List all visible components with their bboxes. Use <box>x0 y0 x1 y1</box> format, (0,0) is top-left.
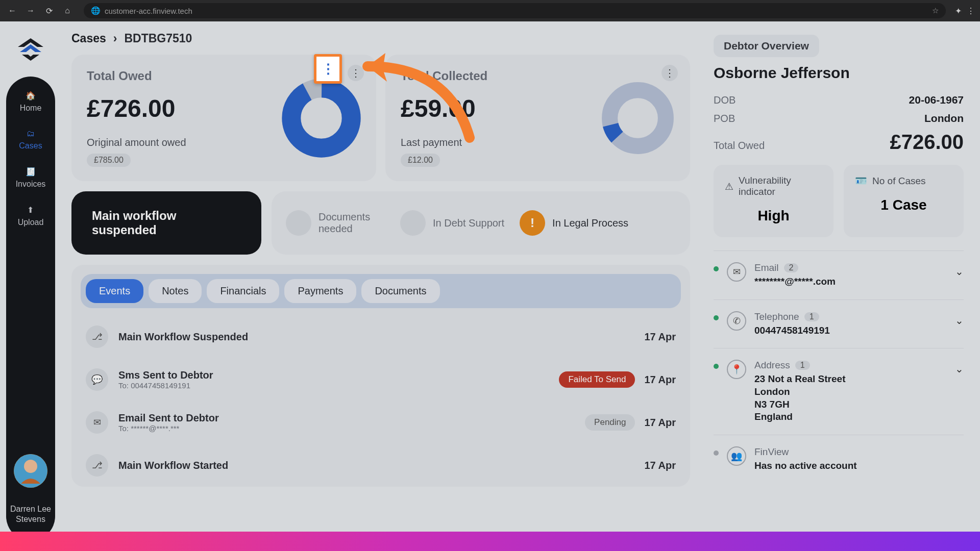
event-row[interactable]: ⎇ Main Workflow Started 17 Apr <box>81 444 681 487</box>
sidebar-item-cases[interactable]: 🗂 Cases <box>19 129 42 151</box>
sidebar-item-label: Cases <box>19 141 42 151</box>
sidebar-item-invoices[interactable]: 🧾 Invoices <box>16 167 46 189</box>
breadcrumb-root[interactable]: Cases <box>71 32 106 45</box>
card-total-collected: Total Collected £59.00 Last payment £12.… <box>385 55 690 181</box>
app-logo <box>13 32 48 67</box>
cases-icon: 🗂 <box>27 129 35 138</box>
vulnerability-card[interactable]: ⚠Vulnerability indicator High <box>714 165 834 237</box>
info-card-label: Vulnerability indicator <box>739 175 822 197</box>
svg-point-4 <box>610 90 666 146</box>
event-title: Main Workflow Started <box>118 460 228 471</box>
status-debt-support[interactable]: In Debt Support <box>400 210 504 236</box>
info-card-value: 1 Case <box>855 197 952 213</box>
cases-card[interactable]: 🪪No of Cases 1 Case <box>844 165 964 237</box>
debtor-name: Osborne Jefferson <box>714 64 964 82</box>
card-collected-menu[interactable]: ⋮ <box>662 65 678 81</box>
home-button[interactable]: ⌂ <box>60 4 75 18</box>
event-title: Main Workflow Suspended <box>118 331 248 343</box>
total-owed-label: Total Owed <box>714 140 765 152</box>
card-sub-label: Last payment <box>401 137 487 148</box>
tab-documents[interactable]: Documents <box>361 279 439 303</box>
forward-button[interactable]: → <box>23 4 38 18</box>
dob-label: DOB <box>714 94 736 106</box>
extensions-icon[interactable]: ✦ <box>955 6 962 16</box>
sidebar: 🏠 Home 🗂 Cases 🧾 Invoices ⬆ Upload Darre… <box>0 21 61 551</box>
collected-donut-chart <box>601 69 675 167</box>
event-row[interactable]: ✉ Email Sent to Debtor To: ******@****.*… <box>81 401 681 444</box>
upload-icon: ⬆ <box>27 205 34 215</box>
event-row[interactable]: 💬 Sms Sent to Debtor To: 00447458149191 … <box>81 358 681 401</box>
pob-value: London <box>924 112 964 124</box>
card-title: Total Owed <box>87 69 186 83</box>
nav-rail: 🏠 Home 🗂 Cases 🧾 Invoices ⬆ Upload Darre… <box>6 77 55 541</box>
annotation-highlight: ⋮ <box>314 54 342 84</box>
debtor-panel: Debtor Overview Osborne Jefferson DOB20-… <box>704 21 980 551</box>
count-chip: 2 <box>784 263 799 272</box>
event-row[interactable]: ⎇ Main Workflow Suspended 17 Apr <box>81 315 681 358</box>
total-owed-value: £726.00 <box>890 131 964 154</box>
reload-button[interactable]: ⟳ <box>42 4 56 18</box>
chat-icon: 💬 <box>86 368 108 391</box>
alert-icon: ! <box>520 210 545 236</box>
chevron-right-icon: › <box>113 32 117 45</box>
users-icon: 👥 <box>727 446 746 466</box>
chevron-down-icon[interactable]: ⌄ <box>955 360 964 375</box>
count-chip: 1 <box>795 361 810 370</box>
workflow-status-bar: Documents needed In Debt Support ! In Le… <box>272 191 690 255</box>
info-card-label: No of Cases <box>872 176 926 187</box>
back-button[interactable]: ← <box>5 4 19 18</box>
tab-notes[interactable]: Notes <box>149 279 202 303</box>
main-content: Cases › BDTBG7510 Total Owed £726.00 Ori… <box>61 21 704 551</box>
event-date: 17 Apr <box>644 374 676 386</box>
contact-label: FinView <box>754 446 789 458</box>
event-date: 17 Apr <box>644 460 676 471</box>
address-bar[interactable]: 🌐 customer-acc.finview.tech ☆ <box>84 3 946 18</box>
tab-events[interactable]: Events <box>86 279 143 303</box>
status-documents-needed[interactable]: Documents needed <box>286 210 385 236</box>
star-icon[interactable]: ☆ <box>932 6 939 15</box>
sidebar-item-home[interactable]: 🏠 Home <box>20 91 42 113</box>
svg-point-1 <box>24 460 37 473</box>
status-legal-process[interactable]: ! In Legal Process <box>520 210 628 236</box>
chevron-down-icon[interactable]: ⌄ <box>955 262 964 278</box>
contact-finview[interactable]: 👥 FinView Has no active account <box>714 435 964 484</box>
card-chip: £785.00 <box>87 154 131 167</box>
avatar[interactable] <box>14 454 47 488</box>
sidebar-item-upload[interactable]: ⬆ Upload <box>18 205 44 227</box>
contact-label: Address <box>754 360 790 371</box>
phone-icon: ✆ <box>727 311 746 331</box>
contact-phone[interactable]: ✆ Telephone1 00447458149191 ⌄ <box>714 299 964 348</box>
count-chip: 1 <box>804 312 819 321</box>
status-badge: Pending <box>585 414 635 431</box>
event-title: Email Sent to Debtor <box>118 412 219 424</box>
breadcrumb: Cases › BDTBG7510 <box>71 32 690 45</box>
event-title: Sms Sent to Debtor <box>118 369 213 381</box>
more-icon: ⋮ <box>322 61 335 77</box>
card-chip: £12.00 <box>401 154 440 167</box>
globe-icon: 🌐 <box>91 6 101 15</box>
tab-payments[interactable]: Payments <box>284 279 356 303</box>
breadcrumb-case-id: BDTBG7510 <box>124 32 192 45</box>
sidebar-item-label: Invoices <box>16 180 46 189</box>
url-text: customer-acc.finview.tech <box>105 7 192 15</box>
status-dot-icon <box>714 315 719 320</box>
warning-icon: ⚠ <box>725 181 733 192</box>
card-sub-label: Original amount owed <box>87 137 186 148</box>
contact-label: Email <box>754 262 779 273</box>
chrome-menu-icon[interactable]: ⋮ <box>967 6 975 16</box>
contact-value: ********@*****.com <box>754 276 947 288</box>
tab-financials[interactable]: Financials <box>207 279 279 303</box>
status-dot-icon <box>714 266 719 271</box>
status-label: In Legal Process <box>552 217 628 229</box>
pob-label: POB <box>714 113 735 124</box>
card-amount: £59.00 <box>401 94 487 122</box>
contact-email[interactable]: ✉ Email2 ********@*****.com ⌄ <box>714 251 964 299</box>
invoice-icon: 🧾 <box>26 167 36 177</box>
browser-chrome: ← → ⟳ ⌂ 🌐 customer-acc.finview.tech ☆ ✦ … <box>0 0 980 21</box>
info-card-value: High <box>725 208 822 224</box>
contact-address[interactable]: 📍 Address1 23 Not a Real Street London N… <box>714 348 964 435</box>
chevron-down-icon[interactable]: ⌄ <box>955 311 964 327</box>
contact-value: 23 Not a Real Street London N3 7GH Engla… <box>754 373 947 423</box>
card-owed-menu[interactable]: ⋮ <box>348 65 364 81</box>
mail-icon: ✉ <box>727 262 746 282</box>
